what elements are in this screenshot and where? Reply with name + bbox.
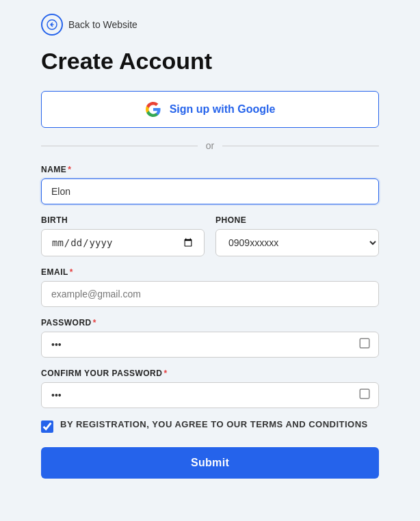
confirm-password-wrapper: [41, 382, 379, 408]
birth-label: BIRTH: [41, 215, 205, 225]
phone-label: PHONE: [215, 215, 379, 225]
confirm-password-required: *: [163, 369, 167, 378]
password-toggle-button[interactable]: [358, 337, 371, 352]
svg-rect-2: [360, 389, 369, 399]
confirm-password-field-group: CONFIRM YOUR PASSWORD*: [41, 369, 379, 408]
name-required: *: [68, 165, 71, 174]
name-input[interactable]: [41, 178, 379, 204]
confirm-password-input[interactable]: [41, 382, 379, 408]
name-field-group: NAME*: [41, 165, 379, 204]
terms-label[interactable]: By registration, you agree to our terms …: [60, 419, 368, 429]
confirm-password-toggle-button[interactable]: [358, 388, 371, 403]
name-label: NAME*: [41, 165, 379, 174]
google-btn-label: Sign up with Google: [170, 103, 276, 116]
birth-phone-row: BIRTH PHONE 0909xxxxxx: [41, 215, 379, 256]
terms-checkbox[interactable]: [41, 420, 53, 433]
birth-input[interactable]: [41, 229, 205, 256]
page-container: Back to Website Create Account Sign up w…: [0, 0, 420, 521]
svg-rect-1: [360, 338, 369, 348]
phone-input[interactable]: 0909xxxxxx: [215, 229, 379, 256]
back-label: Back to Website: [68, 19, 137, 30]
page-title: Create Account: [41, 48, 379, 75]
phone-field-group: PHONE 0909xxxxxx: [215, 215, 379, 256]
divider-text: or: [206, 140, 214, 151]
email-required: *: [70, 267, 73, 277]
google-logo-icon: [145, 101, 161, 118]
terms-checkbox-row: By registration, you agree to our terms …: [41, 419, 379, 433]
divider: or: [41, 140, 379, 151]
back-to-website-link[interactable]: Back to Website: [41, 7, 379, 36]
email-field-group: EMAIL*: [41, 267, 379, 307]
birth-field-group: BIRTH: [41, 215, 205, 256]
back-icon: [41, 14, 63, 36]
submit-button[interactable]: Submit: [41, 447, 379, 479]
password-field-group: PASSWORD*: [41, 318, 379, 358]
password-input[interactable]: [41, 332, 379, 358]
email-label: EMAIL*: [41, 267, 379, 277]
password-label: PASSWORD*: [41, 318, 379, 328]
google-signup-button[interactable]: Sign up with Google: [41, 91, 379, 128]
confirm-password-label: CONFIRM YOUR PASSWORD*: [41, 369, 379, 378]
password-wrapper: [41, 332, 379, 358]
password-required: *: [93, 318, 96, 328]
email-input[interactable]: [41, 281, 379, 307]
